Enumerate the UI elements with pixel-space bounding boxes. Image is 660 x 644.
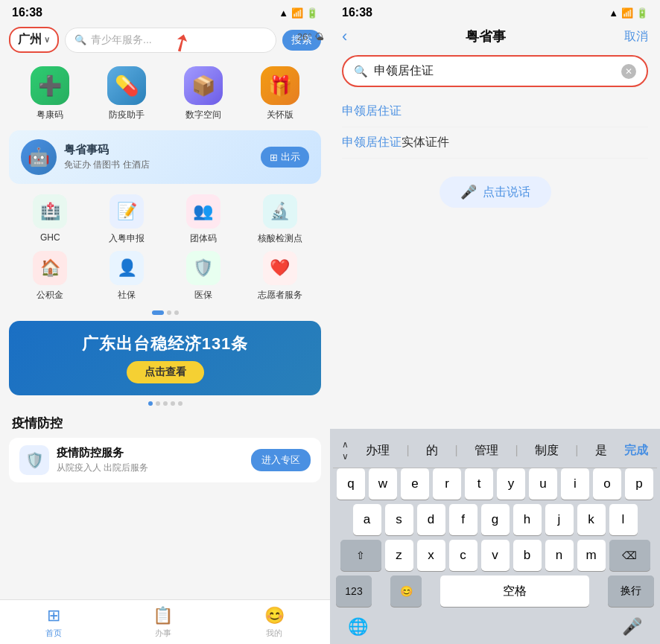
service-shebao[interactable]: 👤 社保: [89, 251, 165, 302]
sug-word-1[interactable]: 办理: [366, 443, 390, 459]
key-b[interactable]: b: [513, 540, 542, 571]
done-button[interactable]: 完成: [624, 443, 648, 459]
delete-key[interactable]: ⌫: [609, 540, 650, 571]
kbd-row-3: ⇧ z x c v b n m ⌫: [333, 540, 657, 571]
city-button[interactable]: 广州 ∨: [9, 27, 59, 53]
sug-word-2[interactable]: 的: [426, 443, 438, 459]
key-u[interactable]: u: [529, 468, 557, 500]
result-item-2[interactable]: 申领居住证实体证件: [342, 127, 648, 159]
key-n[interactable]: n: [545, 540, 574, 571]
key-s[interactable]: s: [385, 504, 413, 535]
section-title: 疫情防控: [0, 409, 330, 435]
key-j[interactable]: j: [545, 504, 574, 535]
key-m[interactable]: m: [577, 540, 606, 571]
temperature: 26°: [297, 31, 312, 42]
shebao-label: 社保: [118, 289, 136, 302]
pdot-3: [163, 401, 168, 406]
clear-button[interactable]: ✕: [621, 64, 636, 79]
sug-word-3[interactable]: 管理: [475, 443, 498, 459]
guanhuai-label: 关怀版: [267, 109, 293, 121]
banner-subtitle: 免证办 借图书 住酒店: [64, 159, 253, 171]
key-w[interactable]: w: [369, 468, 397, 500]
key-x[interactable]: x: [417, 540, 445, 571]
sug-word-4[interactable]: 制度: [535, 443, 559, 459]
promo-banner: 广东出台稳经济131条 点击查看: [9, 321, 321, 395]
sug-div-1: |: [407, 444, 410, 457]
shebao-icon: 👤: [110, 251, 144, 285]
right-panel: 16:38 ▲ 📶 🔋 ‹ 粤省事 取消 🔍 申领居住证 ✕ 申领居住证 申领居…: [330, 0, 660, 644]
r-battery-icon: 🔋: [636, 7, 648, 19]
key-d[interactable]: d: [417, 504, 445, 535]
guanhuai-icon: 🎁: [261, 66, 299, 105]
pdot-2: [156, 401, 160, 406]
kbd-bottom-row: 123 😊 空格 换行: [333, 576, 657, 607]
emoji-key[interactable]: 😊: [390, 576, 422, 607]
key-z[interactable]: z: [385, 540, 413, 571]
service-hejian[interactable]: 🔬 核酸检测点: [241, 194, 318, 245]
key-q[interactable]: q: [337, 468, 365, 500]
nav-home[interactable]: ⊞ 首页: [45, 606, 62, 639]
wifi-icon: 📶: [291, 7, 303, 19]
back-button[interactable]: ‹: [342, 27, 347, 46]
result-item-1[interactable]: 申领居住证: [342, 96, 648, 127]
key-i[interactable]: i: [561, 468, 589, 500]
globe-icon[interactable]: 🌐: [348, 617, 368, 637]
voice-button[interactable]: 🎤 点击说话: [440, 176, 551, 208]
office-icon: 📋: [153, 606, 173, 625]
search-input[interactable]: 申领居住证: [374, 63, 615, 79]
shift-key[interactable]: ⇧: [340, 540, 381, 571]
key-f[interactable]: f: [449, 504, 477, 535]
nav-mine[interactable]: 😊 我的: [264, 606, 285, 639]
hejian-label: 核酸检测点: [258, 232, 302, 245]
dot-1: [152, 310, 164, 315]
enter-button[interactable]: 进入专区: [251, 449, 311, 471]
key-t[interactable]: t: [465, 468, 493, 500]
r-signal-icon: ▲: [609, 7, 618, 19]
key-a[interactable]: a: [353, 504, 381, 535]
mic-icon[interactable]: 🎤: [622, 617, 642, 637]
sug-word-5[interactable]: 是: [595, 443, 607, 459]
key-g[interactable]: g: [481, 504, 510, 535]
service-gongjijin[interactable]: 🏠 公积金: [12, 251, 89, 302]
down-arrow-icon[interactable]: ∨: [342, 451, 349, 462]
kbd-globe-mic-bar: 🌐 🎤: [333, 611, 657, 640]
key-c[interactable]: c: [449, 540, 477, 571]
service-tuantima[interactable]: 👥 团体码: [165, 194, 242, 245]
dot-3: [174, 310, 179, 315]
quick-icon-yuekangma[interactable]: ➕ 粤康码: [24, 66, 76, 121]
office-label: 办事: [155, 628, 171, 639]
home-icon: ⊞: [47, 606, 60, 625]
space-key[interactable]: 空格: [440, 576, 589, 607]
return-key[interactable]: 换行: [608, 576, 654, 607]
hejian-icon: 🔬: [263, 194, 297, 229]
right-search-icon: 🔍: [354, 65, 368, 78]
service-yibao[interactable]: 🛡️ 医保: [165, 251, 242, 302]
quick-icon-shuzi[interactable]: 📦 数字空间: [177, 66, 229, 121]
promo-button[interactable]: 点击查看: [127, 361, 204, 383]
num-key[interactable]: 123: [336, 576, 372, 607]
key-k[interactable]: k: [577, 504, 606, 535]
service-ruyue[interactable]: 📝 入粤申报: [89, 194, 165, 245]
ghc-icon: 🏥: [33, 194, 67, 229]
key-e[interactable]: e: [401, 468, 429, 500]
battery-icon: 🔋: [306, 7, 318, 19]
promo-title: 广东出台稳经济131条: [82, 333, 249, 355]
key-y[interactable]: y: [497, 468, 525, 500]
nav-office[interactable]: 📋 办事: [153, 606, 173, 639]
key-o[interactable]: o: [593, 468, 621, 500]
key-v[interactable]: v: [481, 540, 510, 571]
cancel-button[interactable]: 取消: [624, 29, 648, 45]
service-ghc[interactable]: 🏥 GHC: [12, 194, 89, 245]
up-arrow-icon[interactable]: ∧: [342, 439, 349, 450]
key-p[interactable]: p: [625, 468, 653, 500]
ghc-label: GHC: [40, 232, 60, 243]
qr-button[interactable]: ⊞ 出示: [261, 147, 309, 168]
right-search-bar[interactable]: 🔍 申领居住证 ✕: [342, 55, 648, 87]
key-l[interactable]: l: [609, 504, 638, 535]
key-r[interactable]: r: [433, 468, 461, 500]
banner-qr: ⊞ 出示: [261, 147, 309, 168]
quick-icon-fangyi[interactable]: 💊 防疫助手: [101, 66, 153, 121]
quick-icon-guanhuai[interactable]: 🎁 关怀版: [254, 66, 306, 121]
service-zhiyuan[interactable]: ❤️ 志愿者服务: [241, 251, 318, 302]
key-h[interactable]: h: [513, 504, 542, 535]
